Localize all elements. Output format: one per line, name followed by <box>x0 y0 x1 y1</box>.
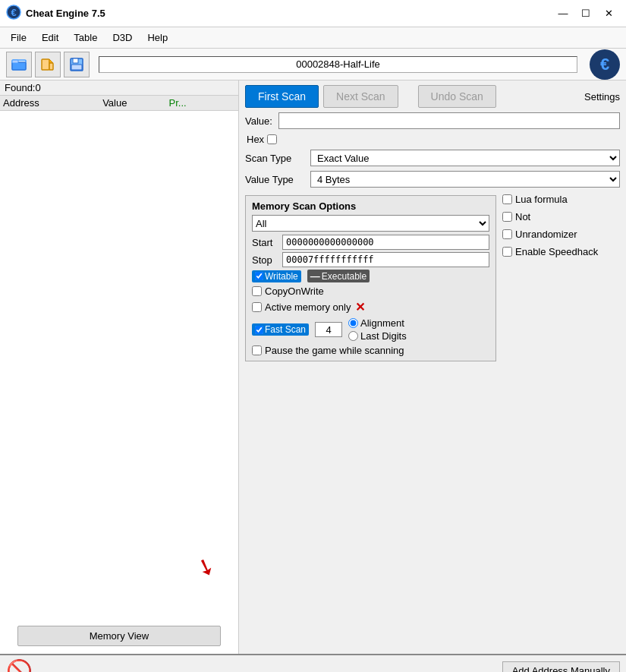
start-input[interactable] <box>282 235 489 250</box>
fast-scan-checkbox[interactable] <box>255 326 263 334</box>
svg-rect-4 <box>12 60 18 63</box>
lua-formula-checkbox[interactable] <box>502 194 512 204</box>
value-label: Value: <box>245 115 272 127</box>
hex-label: Hex <box>247 134 264 145</box>
not-checkbox[interactable] <box>502 212 512 222</box>
lua-formula-label[interactable]: Lua formula <box>502 194 620 205</box>
enable-speedhack-checkbox[interactable] <box>502 247 512 257</box>
scan-type-select[interactable]: Exact Value Bigger than... Smaller than.… <box>310 150 620 166</box>
col-previous: Pr... <box>169 97 235 109</box>
stop-label: Stop <box>252 254 279 266</box>
mem-scan-title: Memory Scan Options <box>252 200 489 212</box>
scan-list-header: Address Value Pr... <box>0 96 238 111</box>
save-button[interactable] <box>64 52 90 77</box>
memory-view-button[interactable]: Memory View <box>17 626 221 646</box>
no-entry-icon[interactable]: 🚫 <box>6 658 33 672</box>
value-type-select[interactable]: Byte 2 Bytes 4 Bytes 8 Bytes Float Doubl… <box>310 171 620 188</box>
mem-and-checks-row: Memory Scan Options All Custom Start Sto… <box>245 194 620 361</box>
process-name: 00002848-Half-Life <box>296 58 380 70</box>
last-digits-radio[interactable] <box>348 331 358 341</box>
menu-table[interactable]: Table <box>66 27 105 48</box>
lua-formula-text: Lua formula <box>515 194 568 205</box>
alignment-lastdigits-col: Alignment Last Digits <box>348 317 407 342</box>
active-memory-clear-button[interactable]: ✕ <box>355 300 365 314</box>
pause-game-row: Pause the game while scanning <box>252 345 489 356</box>
last-digits-label[interactable]: Last Digits <box>348 330 407 342</box>
menu-help[interactable]: Help <box>140 27 175 48</box>
main-area: Found:0 Address Value Pr... ➘ Memory Vie… <box>0 80 626 654</box>
value-input[interactable] <box>278 112 620 129</box>
value-type-row: Value Type Byte 2 Bytes 4 Bytes 8 Bytes … <box>245 171 620 188</box>
open-process-button[interactable] <box>6 52 32 77</box>
side-checks: Lua formula Not Unrandomizer Enable Spee… <box>502 194 620 361</box>
svg-rect-7 <box>49 63 53 70</box>
maximize-button[interactable]: ☐ <box>574 2 597 25</box>
process-bar[interactable]: 00002848-Half-Life <box>99 56 577 73</box>
settings-label: Settings <box>584 91 620 103</box>
menu-file[interactable]: File <box>3 27 34 48</box>
found-bar: Found:0 <box>0 80 238 96</box>
executable-label[interactable]: — Executable <box>307 270 370 282</box>
menubar: File Edit Table D3D Help <box>0 27 626 49</box>
col-address: Address <box>3 97 102 109</box>
copy-on-write-row: CopyOnWrite <box>252 286 489 297</box>
memory-scan-box: Memory Scan Options All Custom Start Sto… <box>245 195 496 361</box>
right-panel: First Scan Next Scan Undo Scan Settings … <box>239 80 626 654</box>
last-digits-text: Last Digits <box>360 330 407 342</box>
titlebar: € Cheat Engine 7.5 — ☐ ✕ <box>0 0 626 27</box>
fast-scan-value-input[interactable] <box>315 322 342 337</box>
start-label: Start <box>252 237 279 248</box>
writable-checkbox[interactable] <box>255 272 263 280</box>
close-button[interactable]: ✕ <box>597 2 620 25</box>
scan-buttons-row: First Scan Next Scan Undo Scan Settings <box>245 85 620 108</box>
stop-input[interactable] <box>282 252 489 267</box>
value-type-label: Value Type <box>245 174 306 185</box>
hex-checkbox[interactable] <box>267 134 277 144</box>
svg-rect-9 <box>73 58 78 63</box>
not-label[interactable]: Not <box>502 211 620 222</box>
bottom-panel: 🚫 Add Address Manually Active Descriptio… <box>0 654 626 672</box>
enable-speedhack-label[interactable]: Enable Speedhack <box>502 246 620 257</box>
writable-executable-row: Writable — Executable <box>252 270 489 282</box>
start-row: Start <box>252 235 489 250</box>
svg-rect-5 <box>42 59 49 70</box>
unrandomizer-checkbox[interactable] <box>502 229 512 239</box>
copy-on-write-checkbox[interactable] <box>252 286 262 296</box>
red-arrow-icon: ➘ <box>193 551 219 582</box>
active-memory-label: Active memory only <box>265 301 351 313</box>
scan-type-label: Scan Type <box>245 153 306 164</box>
scan-list-body: ➘ <box>0 111 238 618</box>
active-memory-checkbox[interactable] <box>252 302 262 312</box>
next-scan-button[interactable]: Next Scan <box>323 85 398 108</box>
app-title: Cheat Engine 7.5 <box>26 8 552 19</box>
active-memory-row: Active memory only ✕ <box>252 300 489 314</box>
writable-text: Writable <box>265 271 298 282</box>
first-scan-button[interactable]: First Scan <box>245 85 319 108</box>
minimize-button[interactable]: — <box>552 2 574 25</box>
pause-game-checkbox[interactable] <box>252 345 262 355</box>
fast-scan-row: Fast Scan Alignment Last Digits <box>252 317 489 342</box>
fast-scan-label-wrap[interactable]: Fast Scan <box>252 323 309 336</box>
region-select[interactable]: All Custom <box>252 215 489 232</box>
unrandomizer-label[interactable]: Unrandomizer <box>502 229 620 240</box>
hex-row: Hex <box>245 134 620 145</box>
alignment-label[interactable]: Alignment <box>348 317 407 329</box>
add-address-manually-button[interactable]: Add Address Manually <box>502 661 620 672</box>
value-row: Value: <box>245 112 620 129</box>
unrandomizer-text: Unrandomizer <box>515 229 577 240</box>
writable-label[interactable]: Writable <box>252 270 301 282</box>
executable-text: Executable <box>322 271 366 282</box>
menu-d3d[interactable]: D3D <box>105 27 140 48</box>
undo-scan-button[interactable]: Undo Scan <box>418 85 496 108</box>
menu-edit[interactable]: Edit <box>34 27 66 48</box>
not-text: Not <box>515 211 530 222</box>
alignment-radio[interactable] <box>348 318 358 328</box>
stop-row: Stop <box>252 252 489 267</box>
toolbar: 00002848-Half-Life € <box>0 49 626 80</box>
fast-scan-text: Fast Scan <box>265 324 306 335</box>
ce-logo: € <box>590 49 620 80</box>
open-file-button[interactable] <box>35 52 61 77</box>
svg-text:€: € <box>11 7 16 18</box>
alignment-text: Alignment <box>360 317 404 329</box>
left-panel: Found:0 Address Value Pr... ➘ Memory Vie… <box>0 80 239 654</box>
